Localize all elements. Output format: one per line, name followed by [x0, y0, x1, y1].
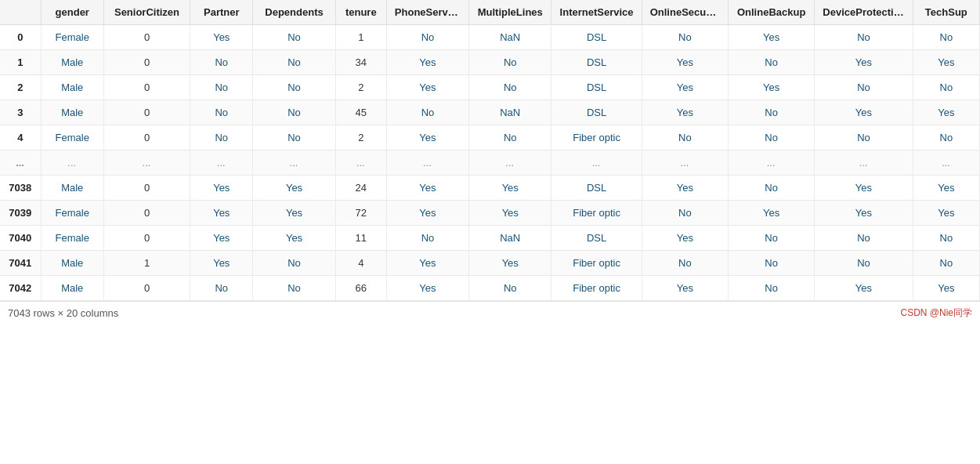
table-cell: No: [729, 226, 815, 251]
table-cell: Female: [41, 25, 103, 50]
table-cell: Male: [41, 251, 103, 276]
table-cell: ...: [103, 150, 190, 176]
table-cell: ...: [41, 150, 103, 176]
table-cell: Yes: [815, 176, 913, 201]
footer-attribution: CSDN @Nie同学: [900, 306, 972, 320]
table-cell: 72: [335, 201, 386, 226]
table-cell: No: [386, 25, 468, 50]
table-cell: Yes: [253, 226, 335, 251]
table-cell: Yes: [253, 176, 335, 201]
table-cell: ...: [551, 150, 642, 176]
table-cell: No: [642, 125, 728, 150]
table-row: 1Male0NoNo34YesNoDSLYesNoYesYes: [0, 50, 980, 75]
table-cell: No: [469, 75, 551, 100]
table-cell: ...: [386, 150, 468, 176]
table-cell: No: [642, 201, 728, 226]
col-header-online-sec: OnlineSecurity: [642, 0, 728, 25]
table-cell: No: [190, 276, 253, 301]
col-header-multiple: MultipleLines: [469, 0, 551, 25]
table-cell: Yes: [386, 201, 468, 226]
table-cell: No: [729, 50, 815, 75]
table-cell: No: [815, 226, 913, 251]
row-index: 2: [0, 75, 41, 100]
table-cell: No: [469, 50, 551, 75]
row-index: 4: [0, 125, 41, 150]
table-cell: No: [642, 25, 728, 50]
table-cell: ...: [253, 150, 335, 176]
data-table: gender SeniorCitizen Partner Dependents …: [0, 0, 980, 301]
row-index: 3: [0, 100, 41, 125]
table-cell: No: [729, 276, 815, 301]
table-cell: Yes: [386, 251, 468, 276]
table-cell: Yes: [913, 100, 979, 125]
table-cell: No: [253, 50, 335, 75]
table-cell: No: [190, 50, 253, 75]
table-cell: Fiber optic: [551, 251, 642, 276]
table-cell: No: [729, 100, 815, 125]
table-cell: No: [253, 25, 335, 50]
table-cell: Fiber optic: [551, 125, 642, 150]
table-cell: No: [913, 226, 979, 251]
table-cell: DSL: [551, 226, 642, 251]
table-cell: 0: [103, 75, 190, 100]
table-cell: Yes: [386, 276, 468, 301]
table-cell: Yes: [190, 25, 253, 50]
col-header-internet: InternetService: [551, 0, 642, 25]
table-cell: No: [190, 75, 253, 100]
table-cell: NaN: [469, 100, 551, 125]
table-cell: ...: [913, 150, 979, 176]
table-cell: Fiber optic: [551, 276, 642, 301]
table-cell: 11: [335, 226, 386, 251]
table-cell: Male: [41, 50, 103, 75]
table-cell: 45: [335, 100, 386, 125]
table-cell: 0: [103, 201, 190, 226]
table-row: 7038Male0YesYes24YesYesDSLYesNoYesYes: [0, 176, 980, 201]
table-cell: Female: [41, 201, 103, 226]
table-cell: Yes: [913, 201, 979, 226]
table-cell: Yes: [729, 25, 815, 50]
row-index: 7038: [0, 176, 41, 201]
table-cell: Yes: [469, 176, 551, 201]
table-cell: No: [815, 75, 913, 100]
table-cell: 24: [335, 176, 386, 201]
table-cell: 0: [103, 226, 190, 251]
table-cell: No: [190, 100, 253, 125]
table-cell: 1: [335, 25, 386, 50]
table-cell: 4: [335, 251, 386, 276]
table-cell: No: [253, 75, 335, 100]
table-footer: 7043 rows × 20 columns CSDN @Nie同学: [0, 301, 980, 324]
col-header-gender: gender: [41, 0, 103, 25]
table-cell: 1: [103, 251, 190, 276]
table-cell: No: [729, 125, 815, 150]
col-header-index: [0, 0, 41, 25]
table-cell: Yes: [190, 251, 253, 276]
table-cell: DSL: [551, 25, 642, 50]
table-cell: Yes: [642, 75, 728, 100]
table-row: 2Male0NoNo2YesNoDSLYesYesNoNo: [0, 75, 980, 100]
table-row: 0Female0YesNo1NoNaNDSLNoYesNoNo: [0, 25, 980, 50]
table-cell: 0: [103, 25, 190, 50]
table-cell: Yes: [469, 201, 551, 226]
table-cell: No: [913, 125, 979, 150]
table-cell: No: [913, 251, 979, 276]
table-cell: Yes: [815, 50, 913, 75]
table-cell: Yes: [386, 176, 468, 201]
table-cell: Female: [41, 125, 103, 150]
table-cell: 0: [103, 100, 190, 125]
row-index: 1: [0, 50, 41, 75]
table-cell: 2: [335, 75, 386, 100]
table-cell: Yes: [642, 226, 728, 251]
table-cell: NaN: [469, 25, 551, 50]
col-header-senior: SeniorCitizen: [103, 0, 190, 25]
table-cell: ...: [335, 150, 386, 176]
table-cell: No: [253, 100, 335, 125]
table-cell: Yes: [729, 75, 815, 100]
table-cell: ...: [815, 150, 913, 176]
table-cell: No: [913, 25, 979, 50]
table-cell: 0: [103, 125, 190, 150]
table-cell: DSL: [551, 50, 642, 75]
table-cell: Yes: [815, 100, 913, 125]
table-cell: Yes: [642, 276, 728, 301]
table-cell: No: [642, 251, 728, 276]
table-cell: DSL: [551, 176, 642, 201]
